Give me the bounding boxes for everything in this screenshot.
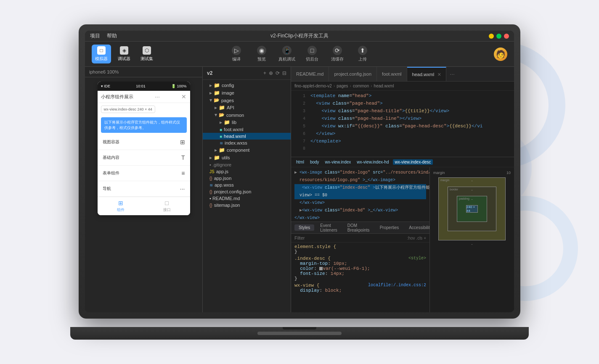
device-debug-icon: 📱 xyxy=(282,46,292,55)
phone-status-time: 10:01 xyxy=(136,84,146,88)
tree-item-component[interactable]: ▶ 📁 component xyxy=(203,146,291,154)
properties-tab[interactable]: Properties xyxy=(376,224,403,231)
tab-close-icon[interactable]: × xyxy=(437,71,441,78)
html-bc-wx-view-index[interactable]: wx-view.index xyxy=(323,159,353,165)
tab-head-wxml[interactable]: head.wxml × xyxy=(407,67,447,82)
toolbar-clear-cache[interactable]: ⟳ 清缓存 xyxy=(329,46,346,62)
tree-item-label: component xyxy=(227,148,249,153)
styles-tabs: Styles Event Listeners DOM Breakpoints P… xyxy=(291,222,429,234)
tree-item-readme[interactable]: • README.md xyxy=(203,195,291,202)
breadcrumb-sep: › xyxy=(350,84,351,88)
chevron-icon: ▶ xyxy=(215,106,217,110)
tree-item-head-wxml[interactable]: ■ head.wxml xyxy=(203,133,291,140)
tree-item-app-json[interactable]: {} app.json xyxy=(203,175,291,182)
debugger-label: 调试器 xyxy=(118,56,130,62)
laptop-base xyxy=(70,327,529,340)
tree-item-label: lib xyxy=(232,120,236,125)
box-model-viz: - margin - border xyxy=(438,177,506,240)
filetree-actions: + ⊕ ⟳ ⊟ xyxy=(263,70,286,76)
minimize-button[interactable] xyxy=(489,34,494,39)
devtools-right: margin 10 - margin xyxy=(430,167,514,312)
tree-item-api[interactable]: ▶ 📁 API xyxy=(203,104,291,111)
menu-item-project[interactable]: 项目 xyxy=(90,32,100,40)
wxss-file-icon: ≋ xyxy=(209,183,213,187)
code-area[interactable]: 1 <template name="head"> 2 <view class="… xyxy=(291,91,514,157)
collapse-icon[interactable]: ⊟ xyxy=(282,70,286,76)
tree-item-index-wxss[interactable]: ≋ index.wxss xyxy=(203,140,291,146)
phone-tab-component[interactable]: ⊞ 组件 xyxy=(98,197,144,215)
phone-close-icon[interactable]: ✕ xyxy=(181,93,186,100)
html-bc-wx-view-index-desc[interactable]: wx-view.index-desc xyxy=(393,159,432,165)
tree-item-sitemap[interactable]: {} sitemap.json xyxy=(203,202,291,208)
phone-nav-navigate[interactable]: 导航 ··· xyxy=(98,181,190,197)
toolbar-preview[interactable]: ◉ 预览 xyxy=(253,46,270,62)
tree-item-label: • README.md xyxy=(209,196,240,201)
tree-item-config[interactable]: ▶ 📁 config xyxy=(203,82,291,89)
toolbar-btn-simulator[interactable]: □ 模拟器 xyxy=(92,45,111,63)
json-file-icon: {} xyxy=(209,176,212,181)
filetree-header: v2 + ⊕ ⟳ ⊟ xyxy=(203,67,291,80)
phone-nav-basic-label: 基础内容 xyxy=(103,155,119,161)
component-tab-label: 组件 xyxy=(117,207,125,213)
toolbar-background[interactable]: □ 切后台 xyxy=(304,46,321,62)
folder-icon: 📁 xyxy=(214,82,220,88)
phone-nav-form[interactable]: 表单组件 ≡ xyxy=(98,166,190,181)
device-info: iphone6 100% xyxy=(89,69,119,74)
event-listeners-tab[interactable]: Event Listeners xyxy=(316,222,342,233)
maximize-button[interactable] xyxy=(496,34,501,39)
new-file-icon[interactable]: + xyxy=(263,70,266,76)
close-button[interactable] xyxy=(504,34,509,39)
tree-item-pages[interactable]: ▶ 📂 pages xyxy=(203,97,291,104)
tree-item-lib[interactable]: ▶ 📁 lib xyxy=(203,119,291,126)
tree-item-app-wxss[interactable]: ≋ app.wxss xyxy=(203,182,291,188)
html-bc-html[interactable]: html xyxy=(294,159,306,165)
wxml-file-icon: ■ xyxy=(220,134,222,139)
phone-content: wx-view.index-desc 240 × 44 以下将展示小程序官方组件… xyxy=(98,103,190,197)
toolbar-btn-testset[interactable]: ⬡ 测试集 xyxy=(137,45,156,63)
html-tree: ▶ <wx-image class="index-logo" src="../r… xyxy=(291,167,429,222)
tab-more-icon[interactable]: ··· xyxy=(446,71,458,77)
tree-item-utils[interactable]: ▶ 📁 utils xyxy=(203,154,291,161)
new-folder-icon[interactable]: ⊕ xyxy=(269,70,273,76)
styles-tab[interactable]: Styles xyxy=(294,224,314,231)
toolbar-upload[interactable]: ⬆ 上传 xyxy=(354,46,371,62)
dom-breakpoints-tab[interactable]: DOM Breakpoints xyxy=(343,222,374,233)
tab-label: foot.wxml xyxy=(382,71,401,76)
phone-nav-view[interactable]: 视图容器 ⊞ xyxy=(98,135,190,150)
toolbar-compile[interactable]: ▷ 编译 xyxy=(228,46,245,62)
phone-tab-interface[interactable]: □ 接口 xyxy=(144,197,190,215)
tab-readme[interactable]: README.md xyxy=(291,67,329,82)
tree-item-foot-wxml[interactable]: ■ foot.wxml xyxy=(203,126,291,133)
refresh-icon[interactable]: ⟳ xyxy=(276,70,280,76)
toolbar-device-debug[interactable]: 📱 真机调试 xyxy=(278,46,295,62)
tab-project-config[interactable]: project.config.json xyxy=(329,67,377,82)
phone-menu-icon[interactable]: ··· xyxy=(155,93,160,100)
tree-item-label: image xyxy=(222,90,234,95)
accessibility-tab[interactable]: Accessibility xyxy=(405,224,430,231)
tree-item-common[interactable]: ▶ 📂 common xyxy=(203,111,291,119)
style-selector: element.style { xyxy=(294,244,336,249)
tree-item-project-config[interactable]: {} project.config.json xyxy=(203,188,291,195)
html-bc-wx-view-index-hd[interactable]: wx-view.index-hd xyxy=(355,159,390,165)
code-line: 6 </view> xyxy=(291,131,514,139)
filter-bar: :hov .cls + xyxy=(291,234,429,243)
tree-item-app-js[interactable]: JS app.js xyxy=(203,168,291,175)
code-line: 2 <view class="page-head"> xyxy=(291,101,514,108)
interface-tab-label: 接口 xyxy=(163,207,171,213)
filter-input[interactable] xyxy=(294,235,404,240)
style-rule-element: element.style { } xyxy=(294,244,426,254)
tree-item-gitignore[interactable]: • .gitignore xyxy=(203,161,291,168)
tree-item-label: app.wxss xyxy=(215,182,234,187)
box-margin-bottom: - xyxy=(433,242,511,246)
phone-nav-form-icon: ≡ xyxy=(181,170,185,177)
phone-nav-basic[interactable]: 基础内容 T xyxy=(98,150,190,166)
menu-item-help[interactable]: 帮助 xyxy=(107,32,117,40)
style-link[interactable]: localfile:/.index.css:2 xyxy=(368,283,426,288)
phone-nav-basic-icon: T xyxy=(181,154,185,161)
html-bc-body[interactable]: body xyxy=(308,159,321,165)
tab-foot-wxml[interactable]: foot.wxml xyxy=(377,67,407,82)
tree-item-image[interactable]: ▶ 📁 image xyxy=(203,89,291,97)
html-breadcrumb: html body wx-view.index wx-view.index-hd… xyxy=(291,157,514,167)
user-avatar[interactable]: 🧑 xyxy=(494,47,507,61)
toolbar-btn-debugger[interactable]: ◈ 调试器 xyxy=(114,45,134,63)
